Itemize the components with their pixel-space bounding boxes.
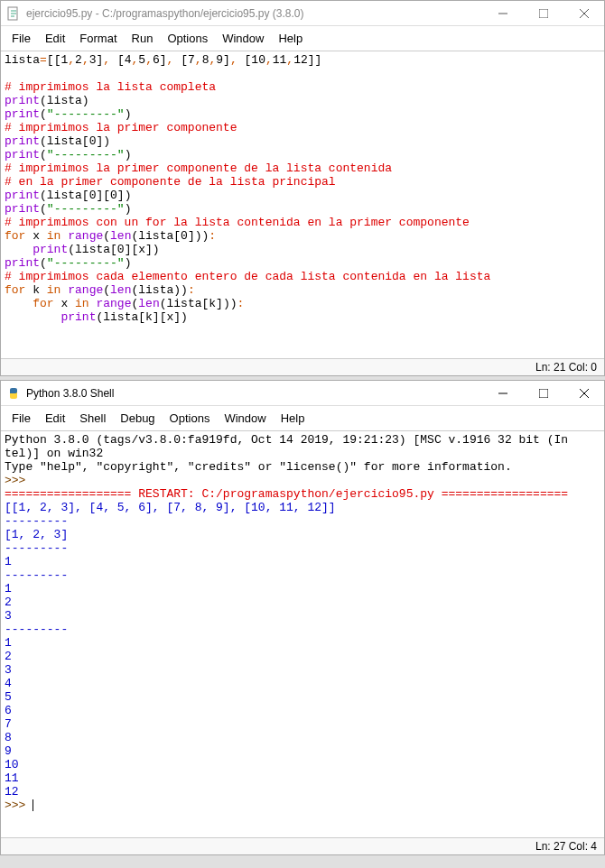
shell-window: Python 3.8.0 Shell FileEditShellDebugOpt… — [0, 380, 605, 855]
menu-format[interactable]: Format — [74, 30, 122, 47]
code-line: print("---------") — [5, 107, 600, 121]
code-line: # imprimimos la primer componente — [5, 121, 600, 134]
shell-menubar: FileEditShellDebugOptionsWindowHelp — [1, 406, 604, 431]
code-line: # imprimimos la lista completa — [5, 80, 600, 94]
python-file-icon — [6, 6, 21, 21]
python-icon — [6, 386, 21, 401]
editor-titlebar[interactable]: ejercicio95.py - C:/programaspython/ejer… — [1, 1, 604, 26]
editor-code-area[interactable]: lista=[[1,2,3], [4,5,6], [7,8,9], [10,11… — [1, 51, 604, 358]
menu-window[interactable]: Window — [219, 410, 271, 427]
code-line: # imprimimos cada elemento entero de cad… — [5, 270, 600, 283]
shell-line: 7 — [5, 717, 600, 731]
editor-window: ejercicio95.py - C:/programaspython/ejer… — [0, 0, 605, 376]
shell-line: >>> — [5, 799, 600, 812]
code-line: for k in range(len(lista)): — [5, 283, 600, 297]
code-line: lista=[[1,2,3], [4,5,6], [7,8,9], [10,11… — [5, 53, 600, 67]
editor-statusbar: Ln: 21 Col: 0 — [1, 358, 604, 375]
code-line: print(lista[0][0]) — [5, 189, 600, 202]
shell-title: Python 3.8.0 Shell — [26, 387, 482, 400]
code-line: for x in range(len(lista[k])): — [5, 297, 600, 310]
menu-run[interactable]: Run — [126, 30, 159, 47]
code-line: for x in range(len(lista[0])): — [5, 229, 600, 243]
code-line: print(lista[0]) — [5, 134, 600, 148]
shell-line: 3 — [5, 609, 600, 623]
shell-line: 10 — [5, 758, 600, 771]
code-line: print(lista[k][x]) — [5, 310, 600, 324]
shell-line: 3 — [5, 663, 600, 677]
menu-edit[interactable]: Edit — [40, 410, 70, 427]
shell-line: --------- — [5, 568, 600, 582]
minimize-button[interactable] — [482, 1, 523, 26]
menu-shell[interactable]: Shell — [74, 410, 111, 427]
editor-menubar: FileEditFormatRunOptionsWindowHelp — [1, 26, 604, 51]
shell-line: 1 — [5, 582, 600, 596]
shell-line: 1 — [5, 555, 600, 568]
code-line: # en la primer componente de la lista pr… — [5, 175, 600, 189]
shell-line: 8 — [5, 731, 600, 744]
shell-line: >>> — [5, 474, 600, 487]
shell-line: --------- — [5, 623, 600, 636]
shell-statusbar: Ln: 27 Col: 4 — [1, 837, 604, 854]
maximize-button[interactable] — [523, 1, 563, 26]
close-button[interactable] — [563, 381, 604, 406]
code-line: print(lista) — [5, 94, 600, 107]
shell-line: tel)] on win32 — [5, 447, 600, 460]
menu-debug[interactable]: Debug — [115, 410, 160, 427]
svg-rect-6 — [539, 389, 548, 398]
shell-line: Type "help", "copyright", "credits" or "… — [5, 460, 600, 474]
shell-line: [1, 2, 3] — [5, 528, 600, 541]
shell-line: 5 — [5, 690, 600, 704]
code-line: print("---------") — [5, 202, 600, 216]
shell-window-buttons — [482, 381, 604, 406]
menu-file[interactable]: File — [6, 30, 36, 47]
shell-line: 1 — [5, 636, 600, 650]
menu-help[interactable]: Help — [275, 410, 311, 427]
shell-titlebar[interactable]: Python 3.8.0 Shell — [1, 381, 604, 406]
menu-file[interactable]: File — [6, 410, 36, 427]
shell-line: 6 — [5, 704, 600, 717]
close-button[interactable] — [563, 1, 604, 26]
shell-line: 9 — [5, 744, 600, 758]
editor-title: ejercicio95.py - C:/programaspython/ejer… — [26, 7, 482, 20]
menu-window[interactable]: Window — [217, 30, 269, 47]
maximize-button[interactable] — [523, 381, 563, 406]
shell-line: 4 — [5, 677, 600, 690]
code-line: print("---------") — [5, 256, 600, 270]
menu-options[interactable]: Options — [162, 30, 213, 47]
shell-line: --------- — [5, 541, 600, 555]
code-line: # imprimimos con un for la lista conteni… — [5, 216, 600, 229]
shell-line: 2 — [5, 596, 600, 609]
menu-help[interactable]: Help — [273, 30, 308, 47]
shell-line: 11 — [5, 771, 600, 785]
editor-window-buttons — [482, 1, 604, 26]
text-cursor — [33, 799, 33, 811]
code-line — [5, 67, 600, 80]
shell-output-area[interactable]: Python 3.8.0 (tags/v3.8.0:fa919fd, Oct 1… — [1, 431, 604, 837]
shell-line: Python 3.8.0 (tags/v3.8.0:fa919fd, Oct 1… — [5, 433, 600, 447]
shell-line: ================== RESTART: C:/programas… — [5, 487, 600, 501]
menu-edit[interactable]: Edit — [40, 30, 70, 47]
svg-rect-2 — [539, 9, 548, 18]
shell-line: [[1, 2, 3], [4, 5, 6], [7, 8, 9], [10, 1… — [5, 501, 600, 514]
shell-line: 12 — [5, 785, 600, 799]
code-line: # imprimimos la primer componente de la … — [5, 162, 600, 175]
shell-line: 2 — [5, 650, 600, 663]
minimize-button[interactable] — [482, 381, 523, 406]
menu-options[interactable]: Options — [164, 410, 216, 427]
code-line: print("---------") — [5, 148, 600, 162]
shell-line: --------- — [5, 514, 600, 528]
code-line: print(lista[0][x]) — [5, 243, 600, 256]
